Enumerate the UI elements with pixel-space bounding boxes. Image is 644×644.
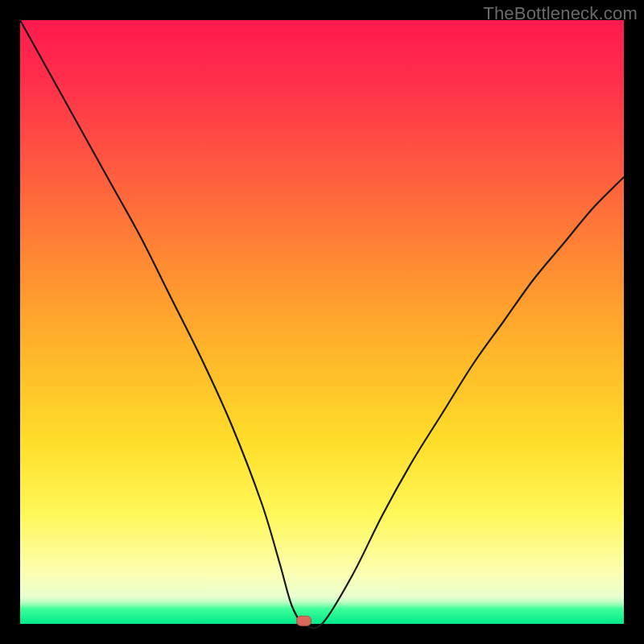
optimum-marker [297,616,312,625]
chart-frame: TheBottleneck.com [0,0,644,644]
watermark-text: TheBottleneck.com [483,3,638,24]
plot-area [20,20,624,624]
bottleneck-curve [20,20,624,628]
curve-layer [20,20,624,624]
